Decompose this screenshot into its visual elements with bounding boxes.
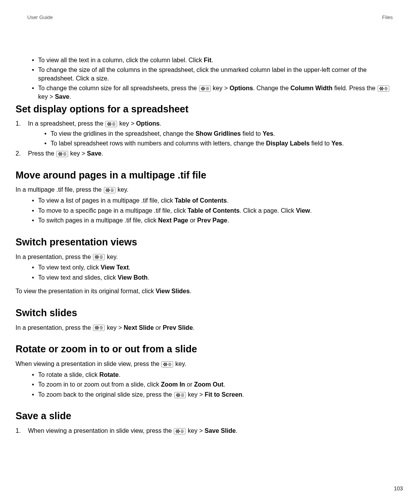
bold-term: View <box>296 207 310 214</box>
svg-point-70 <box>96 256 97 257</box>
bold-term: Rotate <box>99 371 119 378</box>
svg-point-136 <box>182 431 183 432</box>
svg-point-129 <box>177 430 178 432</box>
svg-point-91 <box>100 326 101 327</box>
list-item: To zoom in to or zoom out from a slide, … <box>16 380 393 389</box>
list-item: To view text and slides, click View Both… <box>16 273 393 282</box>
ordered-step: In a spreadsheet, press the key > Option… <box>16 119 393 148</box>
menu-key-icon <box>199 86 211 92</box>
svg-point-73 <box>96 257 98 258</box>
section-intro: In a presentation, press the key > Next … <box>16 324 393 332</box>
svg-point-130 <box>179 430 180 432</box>
svg-point-118 <box>178 396 179 397</box>
svg-point-25 <box>387 88 387 89</box>
svg-point-29 <box>110 122 111 124</box>
svg-point-80 <box>101 257 102 257</box>
svg-point-93 <box>100 327 101 328</box>
bold-term: Fit <box>204 57 212 63</box>
svg-point-4 <box>204 88 205 89</box>
header-left: User Guide <box>27 14 53 21</box>
bold-term: Next Page <box>158 217 188 224</box>
svg-point-10 <box>207 88 208 89</box>
svg-point-66 <box>112 190 112 191</box>
svg-point-8 <box>208 87 208 88</box>
section-heading: Save a slide <box>16 410 393 423</box>
svg-point-79 <box>100 257 101 257</box>
list-item: To view text only, click View Text. <box>16 263 393 272</box>
bold-term: Zoom Out <box>194 381 224 388</box>
svg-point-64 <box>112 189 113 189</box>
svg-point-28 <box>108 122 109 124</box>
section-heading: Switch presentation views <box>16 236 393 249</box>
svg-point-50 <box>65 152 66 153</box>
svg-point-81 <box>102 257 103 257</box>
svg-point-33 <box>108 125 109 126</box>
svg-point-20 <box>382 89 383 91</box>
doc-section: Set display options for a spreadsheetIn … <box>16 103 393 158</box>
menu-key-icon <box>93 254 105 260</box>
doc-section: Move around pages in a multipage .tif fi… <box>16 169 393 225</box>
list-item: To view the gridlines in the spreadsheet… <box>28 130 393 138</box>
svg-point-95 <box>102 327 103 328</box>
svg-point-5 <box>201 89 203 91</box>
svg-point-0 <box>201 87 203 88</box>
svg-point-99 <box>166 362 167 364</box>
ordered-list: When viewing a presentation in slide vie… <box>16 427 393 435</box>
svg-point-12 <box>206 89 207 90</box>
svg-point-128 <box>176 430 177 432</box>
svg-point-71 <box>97 256 98 257</box>
svg-point-102 <box>166 364 168 365</box>
list-item: To zoom back to the original slide size,… <box>16 390 393 399</box>
doc-section: Switch presentation viewsIn a presentati… <box>16 236 393 296</box>
svg-point-68 <box>111 191 112 192</box>
svg-point-35 <box>113 122 114 123</box>
svg-point-104 <box>166 365 167 366</box>
section-intro: In a presentation, press the key. <box>16 253 393 261</box>
svg-point-39 <box>115 124 116 124</box>
svg-point-38 <box>114 124 114 124</box>
svg-point-85 <box>97 326 98 327</box>
bold-term: Options <box>136 120 159 127</box>
svg-point-94 <box>101 327 102 328</box>
bold-term: Save Slide <box>205 427 236 434</box>
bullet-list: To view a list of pages in a multipage .… <box>16 196 393 225</box>
svg-point-131 <box>177 432 178 433</box>
svg-point-77 <box>100 256 101 256</box>
svg-point-45 <box>60 153 61 154</box>
svg-point-138 <box>181 432 182 433</box>
svg-point-72 <box>95 257 96 258</box>
svg-point-22 <box>386 87 387 88</box>
svg-point-121 <box>181 395 182 396</box>
bold-term: Show Gridlines <box>196 130 241 137</box>
svg-point-62 <box>108 191 109 192</box>
svg-point-15 <box>382 87 383 88</box>
svg-point-16 <box>379 88 380 89</box>
list-item: To change the size of all the columns in… <box>16 66 393 82</box>
svg-point-112 <box>177 393 178 394</box>
svg-point-96 <box>100 329 101 329</box>
svg-point-53 <box>66 154 66 154</box>
svg-point-59 <box>107 190 108 191</box>
svg-point-105 <box>169 363 170 364</box>
svg-point-3 <box>202 88 203 89</box>
list-item: To label spreadsheet rows with numbers a… <box>28 139 393 148</box>
svg-point-106 <box>170 363 171 364</box>
svg-point-61 <box>106 191 107 192</box>
section-heading: Switch slides <box>16 306 393 320</box>
bold-term: Prev Slide <box>163 324 192 331</box>
svg-point-2 <box>201 88 202 89</box>
ordered-list: In a spreadsheet, press the key > Option… <box>16 119 393 158</box>
svg-point-90 <box>97 329 98 330</box>
bold-term: Table of Contents <box>175 197 227 204</box>
svg-point-47 <box>59 154 60 156</box>
menu-key-icon <box>174 392 186 398</box>
svg-point-13 <box>208 89 208 90</box>
bullet-list: To rotate a slide, click Rotate.To zoom … <box>16 371 393 399</box>
svg-point-60 <box>108 190 110 191</box>
bullet-list: To view text only, click View Text.To vi… <box>16 263 393 282</box>
section-intro: When viewing a presentation in slide vie… <box>16 360 393 368</box>
menu-key-icon <box>161 361 173 368</box>
svg-point-109 <box>171 364 172 365</box>
svg-point-101 <box>165 364 166 365</box>
bold-term: Options <box>229 85 253 91</box>
